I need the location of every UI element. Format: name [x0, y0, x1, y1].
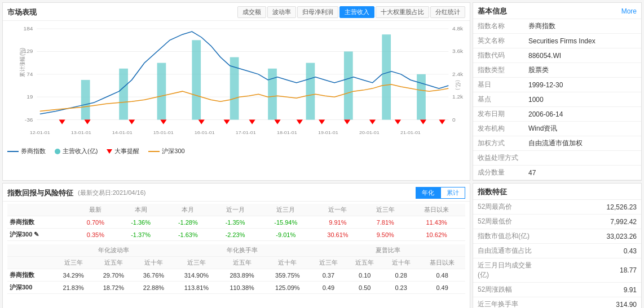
perf-row-hs300: 沪深300 ✎ 0.35% -1.37% -1.63% -2.23% -9.01… [7, 229, 465, 241]
more-link[interactable]: More [621, 7, 637, 15]
info-title: 基本信息 [478, 6, 507, 16]
info-row-weightmethod: 加权方式 自由流通市值加权 [473, 136, 641, 151]
broker-latest: 0.70% [74, 216, 117, 229]
broker-month: -1.28% [164, 216, 211, 229]
legend-label-event: 大事提醒 [114, 147, 139, 155]
feat-row-marketcap: 指数市值总和(亿) 33,023.26 [473, 229, 641, 244]
return-title: 指数回报与风险特征 [7, 188, 73, 198]
risk-hs300-sharpesince: 0.49 [419, 282, 465, 294]
features-title: 指数特征 [478, 187, 507, 197]
svg-rect-24 [417, 74, 426, 120]
tab-tenstocks[interactable]: 十大权重股占比 [376, 6, 429, 18]
feat-label-3yturnover: 近三年换手率 [473, 297, 546, 309]
chart-legend: 券商指数 主营收入(亿) 大事提醒 沪深300 [3, 145, 470, 158]
svg-text:20-01-01: 20-01-01 [359, 130, 380, 135]
risk-table: 年化波动率 年化换手率 夏普比率 近三年 近五年 近十年 近三年 近五年 近十年 [7, 244, 465, 294]
info-row-pubdate: 发布日期 2006-06-14 [473, 107, 641, 122]
feat-row-52low: 52周最低价 7,992.42 [473, 215, 641, 229]
svg-text:21-01-01: 21-01-01 [400, 130, 421, 135]
perf-header-empty [7, 204, 74, 216]
risk-sharpe-since: 基日以来 [419, 257, 465, 269]
info-label-returnmethod: 收益处理方式 [473, 151, 524, 166]
perf-header-3y: 近三年 [363, 204, 408, 216]
hs300-3m: -9.01% [259, 229, 313, 241]
risk-hs300-label: 沪深300 [7, 282, 54, 294]
tab-mainrevenue[interactable]: 主营收入 [339, 6, 374, 18]
feat-label-avgvol: 近三月日均成交量(亿) [473, 258, 546, 283]
info-value-indexname: 券商指数 [524, 19, 641, 34]
legend-label-hs300: 沪深300 [162, 147, 184, 155]
svg-rect-17 [157, 63, 166, 120]
risk-broker-sharpe5y: 0.10 [347, 269, 383, 282]
perf-header-row: 最新 本周 本月 近一月 近三月 近一年 近三年 基日以来 [7, 204, 465, 216]
tab-guimunet[interactable]: 归母净利润 [297, 6, 338, 18]
svg-marker-32 [274, 120, 280, 124]
info-label-indexname: 指数名称 [473, 19, 524, 34]
legend-line-orange [148, 151, 160, 152]
risk-hs300-turn10y: 125.09% [264, 282, 310, 294]
hs300-latest: 0.35% [74, 229, 117, 241]
svg-marker-39 [439, 120, 445, 124]
tab-chengjiaoe[interactable]: 成交额 [237, 6, 266, 18]
risk-turn-3y: 近三年 [174, 257, 219, 269]
feat-value-avgvol: 18.77 [546, 258, 641, 283]
svg-marker-31 [249, 120, 255, 124]
info-label-publisher: 发布机构 [473, 122, 524, 136]
svg-marker-38 [420, 120, 426, 124]
risk-broker-sharpe10y: 0.28 [383, 269, 419, 282]
broker-label: 券商指数 [7, 216, 74, 229]
svg-marker-33 [297, 120, 303, 124]
info-label-count: 成分数量 [473, 166, 524, 180]
risk-hs300-sharpe5y: 0.50 [347, 282, 383, 294]
info-value-count: 47 [524, 166, 641, 180]
svg-marker-37 [395, 120, 401, 124]
svg-marker-35 [344, 120, 350, 124]
market-title: 市场表现 [7, 7, 37, 17]
info-row-publisher: 发布机构 Wind资讯 [473, 122, 641, 136]
svg-text:3.6k: 3.6k [452, 48, 463, 54]
svg-text:累计涨幅(%): 累计涨幅(%) [19, 48, 25, 77]
risk-vol-10y: 近十年 [134, 257, 174, 269]
svg-text:17-01-01: 17-01-01 [236, 130, 256, 135]
tab-bodolv[interactable]: 波动率 [267, 6, 296, 18]
svg-text:14-01-01: 14-01-01 [112, 130, 133, 135]
svg-rect-15 [81, 80, 90, 120]
legend-line-blue [7, 151, 19, 152]
risk-sharpe-3y: 近三年 [310, 257, 346, 269]
toggle-cumulative[interactable]: 累计 [440, 187, 465, 199]
legend-broker-index: 券商指数 [7, 147, 46, 155]
legend-label-revenue: 主营收入(亿) [63, 147, 98, 155]
risk-hs300-sharpe3y: 0.49 [310, 282, 346, 294]
legend-major-event: 大事提醒 [107, 147, 139, 155]
hs300-1y: 30.61% [313, 229, 363, 241]
index-features-panel: 指数特征 52周最高价 12,526.23 52周最低价 7,992.42 指数… [473, 183, 642, 308]
toggle-annualized[interactable]: 年化 [416, 187, 440, 199]
svg-rect-16 [119, 69, 128, 120]
legend-triangle-red [107, 149, 112, 154]
return-table-container: 最新 本周 本月 近一月 近三月 近一年 近三年 基日以来 券商指数 [3, 202, 470, 296]
svg-text:0: 0 [452, 117, 456, 122]
feat-row-52high: 52周最高价 12,526.23 [473, 200, 641, 215]
broker-3m: -15.94% [259, 216, 313, 229]
risk-row-hs300: 沪深300 21.83% 18.72% 22.88% 113.81% 110.3… [7, 282, 465, 294]
tab-dividend[interactable]: 分红统计 [430, 6, 465, 18]
info-value-weightmethod: 自由流通市值加权 [524, 136, 641, 151]
market-panel: 市场表现 成交额 波动率 归母净利润 主营收入 十大权重股占比 分红统计 [2, 2, 470, 181]
hs300-week: -1.37% [117, 229, 165, 241]
info-row-engname: 英文名称 Securities Firms Index [473, 34, 641, 48]
legend-hs300: 沪深300 [148, 147, 184, 155]
svg-text:74: 74 [27, 71, 33, 77]
feat-row-freefloat: 自由流通市值占比 0.43 [473, 244, 641, 258]
risk-broker-turn5y: 283.89% [219, 269, 265, 282]
risk-hs300-vol5y: 18.72% [94, 282, 134, 294]
risk-turn-10y: 近十年 [264, 257, 310, 269]
risk-sharpe-header: 夏普比率 [310, 244, 465, 257]
svg-text:12-01-01: 12-01-01 [30, 130, 50, 135]
risk-turn-5y: 近五年 [219, 257, 265, 269]
feat-row-avgvol: 近三月日均成交量(亿) 18.77 [473, 258, 641, 283]
risk-broker-vol10y: 36.76% [134, 269, 174, 282]
risk-hs300-turn3y: 113.81% [174, 282, 219, 294]
info-label-pubdate: 发布日期 [473, 107, 524, 122]
svg-text:（亿）: （亿） [455, 77, 462, 93]
risk-subheader-row: 近三年 近五年 近十年 近三年 近五年 近十年 近三年 近五年 近十年 基日以来 [7, 257, 465, 269]
